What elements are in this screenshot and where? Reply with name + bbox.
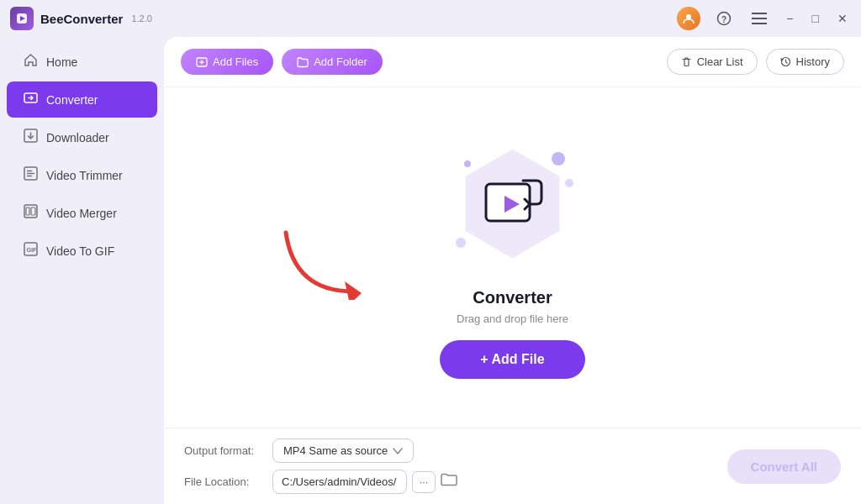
sidebar: Home Converter Downloader [0, 37, 164, 504]
sidebar-converter-label: Converter [46, 93, 98, 107]
help-icon[interactable]: ? [712, 7, 736, 30]
titlebar: BeeConverter 1.2.0 ? − □ ✕ [0, 0, 861, 37]
hex-dot-4 [464, 160, 471, 167]
add-files-button[interactable]: Add Files [181, 49, 273, 75]
toolbar-left: Add Files Add Folder [181, 49, 383, 75]
convert-all-label: Convert All [751, 459, 817, 474]
open-folder-button[interactable] [441, 472, 457, 491]
output-format-select[interactable]: MP4 Same as source [272, 438, 414, 463]
svg-text:GIF: GIF [27, 247, 37, 253]
trash-icon [681, 56, 692, 67]
convert-all-button[interactable]: Convert All [727, 449, 841, 484]
app-logo [10, 7, 34, 30]
svg-point-2 [686, 14, 691, 19]
titlebar-controls: ? − □ ✕ [677, 7, 851, 30]
sidebar-gif-label: Video To GIF [46, 244, 114, 258]
merger-icon [24, 204, 38, 222]
svg-rect-16 [31, 207, 35, 215]
add-folder-label: Add Folder [314, 55, 367, 68]
hex-container [446, 137, 580, 271]
main-layout: Home Converter Downloader [0, 37, 861, 504]
svg-text:?: ? [721, 15, 726, 24]
sidebar-downloader-label: Downloader [46, 131, 109, 144]
minimize-button[interactable]: − [783, 10, 796, 27]
file-location-row: File Location: C:/Users/admin/Videos/ ··… [184, 470, 457, 494]
sidebar-item-downloader[interactable]: Downloader [7, 119, 157, 155]
svg-rect-15 [26, 207, 29, 215]
add-folder-button[interactable]: Add Folder [282, 49, 383, 75]
content-area: Add Files Add Folder Clear List [164, 37, 861, 504]
sidebar-item-video-trimmer[interactable]: Video Trimmer [7, 157, 157, 193]
folder-open-icon [441, 472, 457, 487]
add-files-label: Add Files [213, 55, 258, 68]
home-icon [24, 53, 38, 71]
converter-icon [24, 91, 38, 108]
history-label: History [796, 55, 830, 68]
sidebar-item-video-to-gif[interactable]: GIF Video To GIF [7, 233, 157, 269]
titlebar-left: BeeConverter 1.2.0 [10, 7, 152, 30]
sidebar-item-home[interactable]: Home [7, 44, 157, 80]
add-file-button[interactable]: + Add File [440, 340, 584, 379]
add-file-label: + Add File [480, 352, 544, 367]
bottombar: Output format: MP4 Same as source File L… [164, 428, 861, 504]
gif-icon: GIF [24, 242, 38, 260]
file-location-input: C:/Users/admin/Videos/ [272, 470, 407, 494]
browse-dots-button[interactable]: ··· [412, 471, 436, 493]
history-button[interactable]: History [766, 49, 844, 75]
output-format-label: Output format: [184, 444, 264, 457]
app-name: BeeConverter [40, 12, 123, 26]
clear-list-label: Clear List [697, 55, 743, 68]
hex-dot-2 [565, 179, 573, 187]
file-location-value: C:/Users/admin/Videos/ [282, 475, 396, 488]
app-version: 1.2.0 [131, 13, 151, 24]
svg-marker-23 [345, 281, 362, 300]
downloader-icon [24, 129, 38, 146]
user-avatar[interactable] [677, 7, 700, 30]
close-button[interactable]: ✕ [834, 10, 851, 27]
sidebar-item-video-merger[interactable]: Video Merger [7, 195, 157, 231]
trimmer-icon [24, 166, 38, 184]
hex-dot-1 [552, 152, 565, 165]
add-folder-icon [297, 56, 309, 68]
sidebar-item-converter[interactable]: Converter [7, 81, 157, 118]
bottombar-left: Output format: MP4 Same as source File L… [184, 438, 457, 494]
maximize-button[interactable]: □ [809, 10, 822, 27]
dropzone-subtitle: Drag and drop file here [457, 312, 568, 325]
history-icon [780, 56, 791, 67]
video-convert-icon [479, 175, 547, 234]
sidebar-home-label: Home [46, 55, 77, 69]
clear-list-button[interactable]: Clear List [667, 49, 758, 75]
arrow-indicator [277, 224, 378, 303]
dropzone: Converter Drag and drop file here + Add … [164, 87, 861, 428]
toolbar-right: Clear List History [667, 49, 844, 75]
menu-icon[interactable] [747, 7, 771, 30]
sidebar-trimmer-label: Video Trimmer [46, 169, 123, 182]
chevron-down-icon [393, 448, 403, 454]
output-format-row: Output format: MP4 Same as source [184, 438, 457, 463]
toolbar: Add Files Add Folder Clear List [164, 37, 861, 87]
file-location-group: C:/Users/admin/Videos/ ··· [272, 470, 457, 494]
dropzone-title: Converter [473, 288, 552, 307]
add-files-icon [196, 56, 208, 68]
hex-dot-3 [456, 238, 466, 248]
file-location-label: File Location: [184, 475, 264, 488]
sidebar-merger-label: Video Merger [46, 207, 117, 220]
output-format-value: MP4 Same as source [283, 444, 388, 457]
